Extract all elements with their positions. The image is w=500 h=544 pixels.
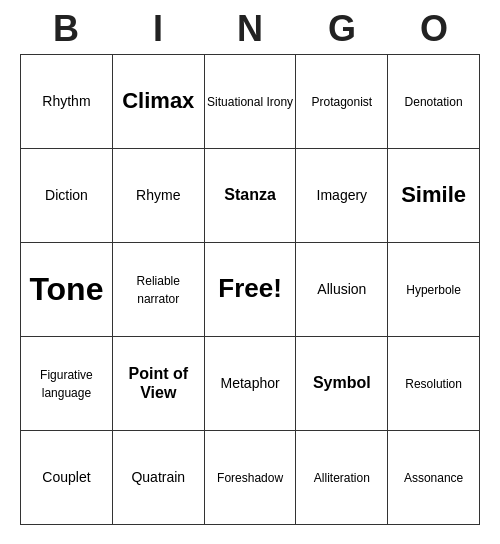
cell-text: Alliteration xyxy=(314,471,370,485)
table-row: Figurative languagePoint of ViewMetaphor… xyxy=(21,336,480,430)
bingo-cell-r0c1: Climax xyxy=(112,54,204,148)
cell-text: Rhyme xyxy=(136,187,180,203)
bingo-grid: RhythmClimaxSituational IronyProtagonist… xyxy=(20,54,480,525)
cell-text: Allusion xyxy=(317,281,366,297)
cell-text: Stanza xyxy=(224,186,276,203)
header-letter-b: B xyxy=(22,8,110,50)
bingo-cell-r2c0: Tone xyxy=(21,242,113,336)
cell-text: Metaphor xyxy=(221,375,280,391)
cell-text: Diction xyxy=(45,187,88,203)
bingo-cell-r2c2: Free! xyxy=(204,242,296,336)
bingo-cell-r0c0: Rhythm xyxy=(21,54,113,148)
header-letter-g: G xyxy=(298,8,386,50)
bingo-cell-r3c4: Resolution xyxy=(388,336,480,430)
cell-text: Resolution xyxy=(405,377,462,391)
cell-text: Protagonist xyxy=(311,95,372,109)
cell-text: Imagery xyxy=(317,187,368,203)
table-row: RhythmClimaxSituational IronyProtagonist… xyxy=(21,54,480,148)
bingo-cell-r4c3: Alliteration xyxy=(296,430,388,524)
header-letter-n: N xyxy=(206,8,294,50)
cell-text: Climax xyxy=(122,88,194,113)
bingo-cell-r4c0: Couplet xyxy=(21,430,113,524)
table-row: CoupletQuatrainForeshadowAlliterationAss… xyxy=(21,430,480,524)
header-letter-o: O xyxy=(390,8,478,50)
bingo-cell-r1c2: Stanza xyxy=(204,148,296,242)
bingo-cell-r3c0: Figurative language xyxy=(21,336,113,430)
bingo-cell-r0c3: Protagonist xyxy=(296,54,388,148)
bingo-cell-r4c2: Foreshadow xyxy=(204,430,296,524)
cell-text: Symbol xyxy=(313,374,371,391)
table-row: ToneReliable narratorFree!AllusionHyperb… xyxy=(21,242,480,336)
cell-text: Hyperbole xyxy=(406,283,461,297)
bingo-cell-r1c4: Simile xyxy=(388,148,480,242)
cell-text: Assonance xyxy=(404,471,463,485)
bingo-cell-r4c4: Assonance xyxy=(388,430,480,524)
cell-text: Foreshadow xyxy=(217,471,283,485)
bingo-cell-r0c2: Situational Irony xyxy=(204,54,296,148)
header-letter-i: I xyxy=(114,8,202,50)
cell-text: Figurative language xyxy=(40,368,93,400)
cell-text: Situational Irony xyxy=(207,95,293,109)
cell-text: Quatrain xyxy=(131,469,185,485)
bingo-cell-r2c4: Hyperbole xyxy=(388,242,480,336)
bingo-cell-r1c1: Rhyme xyxy=(112,148,204,242)
bingo-cell-r3c3: Symbol xyxy=(296,336,388,430)
cell-text: Reliable narrator xyxy=(137,274,180,306)
bingo-cell-r4c1: Quatrain xyxy=(112,430,204,524)
cell-text: Denotation xyxy=(405,95,463,109)
bingo-cell-r0c4: Denotation xyxy=(388,54,480,148)
cell-text: Rhythm xyxy=(42,93,90,109)
bingo-cell-r1c0: Diction xyxy=(21,148,113,242)
bingo-cell-r2c3: Allusion xyxy=(296,242,388,336)
cell-text: Point of View xyxy=(129,365,189,401)
cell-text: Simile xyxy=(401,182,466,207)
bingo-cell-r2c1: Reliable narrator xyxy=(112,242,204,336)
cell-text: Free! xyxy=(218,273,282,303)
cell-text: Tone xyxy=(29,271,103,307)
bingo-header: BINGO xyxy=(20,0,480,54)
bingo-cell-r3c1: Point of View xyxy=(112,336,204,430)
bingo-cell-r3c2: Metaphor xyxy=(204,336,296,430)
bingo-cell-r1c3: Imagery xyxy=(296,148,388,242)
table-row: DictionRhymeStanzaImagerySimile xyxy=(21,148,480,242)
cell-text: Couplet xyxy=(42,469,90,485)
